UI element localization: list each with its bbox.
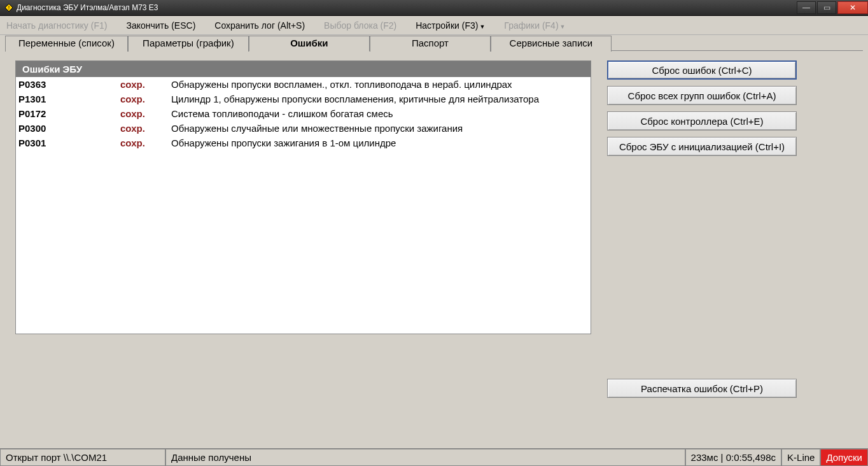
error-status: сохр. xyxy=(120,94,171,104)
status-port: Открыт порт \\.\COM21 xyxy=(0,449,165,466)
print-errors-button[interactable]: Распечатка ошибок (Ctrl+P) xyxy=(607,379,797,398)
maximize-button[interactable]: ▭ xyxy=(817,1,836,14)
errors-list: P0363сохр.Обнаружены пропуски воспламен.… xyxy=(16,77,591,334)
status-bar: Открыт порт \\.\COM21 Данные получены 23… xyxy=(0,448,868,466)
menu-bar: Начать диагностику (F1) Закончить (ESC) … xyxy=(0,16,868,35)
tab-variables-list[interactable]: Переменные (список) xyxy=(5,36,128,52)
error-code: P0172 xyxy=(18,108,120,119)
status-kline: K-Line xyxy=(781,449,820,466)
error-code: P0363 xyxy=(18,79,120,90)
tab-service-records[interactable]: Сервисные записи xyxy=(491,36,612,52)
error-status: сохр. xyxy=(120,138,171,148)
errors-panel-title: Ошибки ЭБУ xyxy=(16,61,591,77)
error-row[interactable]: P0363сохр.Обнаружены пропуски воспламен.… xyxy=(16,77,591,92)
errors-panel: Ошибки ЭБУ P0363сохр.Обнаружены пропуски… xyxy=(15,60,591,334)
menu-save-log[interactable]: Сохранить лог (Alt+S) xyxy=(214,20,305,31)
chevron-down-icon: ▼ xyxy=(479,24,485,30)
tab-parameters-graph[interactable]: Параметры (график) xyxy=(128,36,249,52)
error-row[interactable]: P1301сохр.Цилиндр 1, обнаружены пропуски… xyxy=(16,92,591,106)
reset-all-groups-button[interactable]: Сброс всех групп ошибок (Ctrl+A) xyxy=(607,86,797,105)
error-description: Обнаружены случайные или множественные п… xyxy=(171,123,588,134)
app-icon: ! xyxy=(4,3,14,13)
status-tolerances: Допуски xyxy=(820,449,868,466)
error-description: Система топливоподачи - слишком богатая … xyxy=(171,108,588,119)
error-description: Цилиндр 1, обнаружены пропуски воспламен… xyxy=(171,94,588,104)
close-button[interactable]: ✕ xyxy=(837,1,868,14)
svg-text:!: ! xyxy=(8,4,10,11)
tab-passport[interactable]: Паспорт xyxy=(370,36,491,52)
error-description: Обнаружены пропуски зажигания в 1-ом цил… xyxy=(171,138,588,148)
chevron-down-icon: ▼ xyxy=(560,24,566,30)
error-row[interactable]: P0172сохр.Система топливоподачи - слишко… xyxy=(16,106,591,121)
status-message: Данные получены xyxy=(165,449,685,466)
status-timing: 233мс | 0:0:55,498с xyxy=(685,449,781,466)
error-row[interactable]: P0301сохр.Обнаружены пропуски зажигания … xyxy=(16,136,591,150)
error-code: P1301 xyxy=(18,94,120,104)
tab-bar: Переменные (список) Параметры (график) О… xyxy=(0,35,868,51)
minimize-button[interactable]: — xyxy=(797,1,816,14)
menu-start-diagnostics: Начать диагностику (F1) xyxy=(6,20,107,31)
window-title: Диагностика ЭБУ Итэлма/Автэл М73 Е3 xyxy=(17,3,795,12)
error-status: сохр. xyxy=(120,79,171,90)
error-code: P0300 xyxy=(18,123,120,134)
menu-finish[interactable]: Закончить (ESC) xyxy=(126,20,195,31)
reset-ecu-init-button[interactable]: Сброс ЭБУ с инициализацией (Ctrl+I) xyxy=(607,137,797,156)
error-code: P0301 xyxy=(18,138,120,148)
menu-select-block: Выбор блока (F2) xyxy=(324,20,396,31)
reset-controller-button[interactable]: Сброс контроллера (Ctrl+E) xyxy=(607,111,797,131)
menu-settings[interactable]: Настройки (F3)▼ xyxy=(416,20,485,31)
menu-graphs: Графики (F4)▼ xyxy=(504,20,565,31)
error-status: сохр. xyxy=(120,123,171,134)
title-bar: ! Диагностика ЭБУ Итэлма/Автэл М73 Е3 — … xyxy=(0,0,868,16)
tab-errors[interactable]: Ошибки xyxy=(249,36,370,52)
side-buttons: Сброс ошибок (Ctrl+C) Сброс всех групп о… xyxy=(607,60,797,439)
reset-errors-button[interactable]: Сброс ошибок (Ctrl+C) xyxy=(607,60,797,80)
error-status: сохр. xyxy=(120,108,171,119)
error-description: Обнаружены пропуски воспламен., откл. то… xyxy=(171,79,588,90)
error-row[interactable]: P0300сохр.Обнаружены случайные или множе… xyxy=(16,121,591,136)
content-area: Ошибки ЭБУ P0363сохр.Обнаружены пропуски… xyxy=(0,51,868,448)
